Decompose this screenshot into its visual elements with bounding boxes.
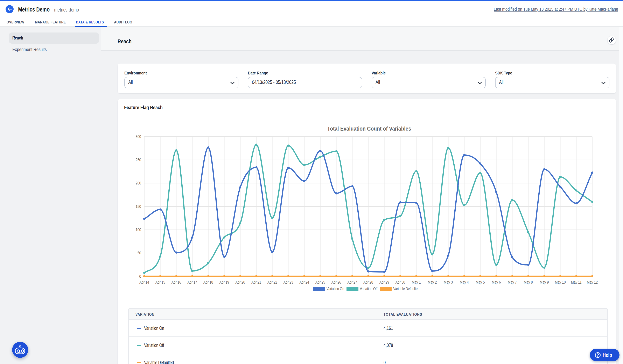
svg-text:May 12: May 12 xyxy=(587,280,598,284)
svg-text:250: 250 xyxy=(136,158,141,162)
svg-text:May 5: May 5 xyxy=(476,280,485,284)
svg-text:Apr 22: Apr 22 xyxy=(267,280,277,284)
svg-text:Apr 18: Apr 18 xyxy=(203,280,213,284)
svg-text:Apr 24: Apr 24 xyxy=(299,280,309,284)
svg-text:Apr 20: Apr 20 xyxy=(236,280,245,284)
svg-text:May 11: May 11 xyxy=(571,280,581,284)
svg-text:May 1: May 1 xyxy=(412,280,421,284)
svg-text:May 10: May 10 xyxy=(555,280,566,284)
svg-text:May 3: May 3 xyxy=(444,280,453,284)
svg-text:Apr 27: Apr 27 xyxy=(348,280,357,284)
svg-text:Apr 28: Apr 28 xyxy=(363,280,373,284)
svg-text:May 9: May 9 xyxy=(540,280,549,284)
svg-text:Apr 23: Apr 23 xyxy=(284,280,293,284)
svg-text:Apr 26: Apr 26 xyxy=(332,280,341,284)
svg-text:Apr 15: Apr 15 xyxy=(156,280,165,284)
svg-text:May 6: May 6 xyxy=(492,280,501,284)
svg-text:May 7: May 7 xyxy=(508,280,517,284)
svg-text:Apr 14: Apr 14 xyxy=(139,280,149,284)
svg-text:50: 50 xyxy=(137,251,141,255)
svg-text:Total Evaluation Count of Vari: Total Evaluation Count of Variables xyxy=(327,125,411,132)
svg-text:Apr 17: Apr 17 xyxy=(187,280,197,284)
svg-text:0: 0 xyxy=(139,274,141,279)
svg-text:Apr 29: Apr 29 xyxy=(379,280,389,284)
svg-text:150: 150 xyxy=(136,204,141,209)
svg-text:Apr 19: Apr 19 xyxy=(220,280,229,284)
svg-text:May 4: May 4 xyxy=(460,280,469,284)
svg-text:Apr 30: Apr 30 xyxy=(396,280,405,284)
svg-text:Apr 16: Apr 16 xyxy=(172,280,181,284)
svg-text:100: 100 xyxy=(136,227,141,232)
svg-text:300: 300 xyxy=(136,134,141,139)
svg-text:May 2: May 2 xyxy=(428,280,437,284)
svg-text:200: 200 xyxy=(136,181,141,185)
svg-text:May 8: May 8 xyxy=(524,280,533,284)
svg-text:Apr 25: Apr 25 xyxy=(315,280,325,284)
svg-text:Apr 21: Apr 21 xyxy=(251,280,261,284)
